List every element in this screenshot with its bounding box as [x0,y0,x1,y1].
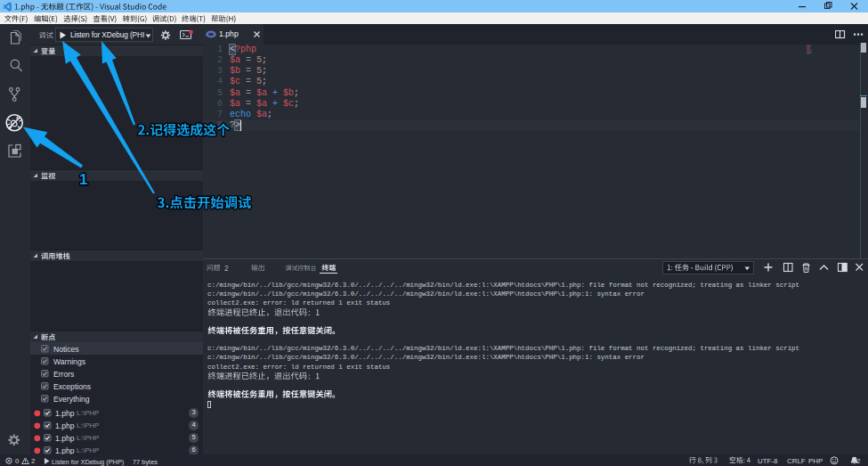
svg-text:1: 1 [79,171,87,188]
